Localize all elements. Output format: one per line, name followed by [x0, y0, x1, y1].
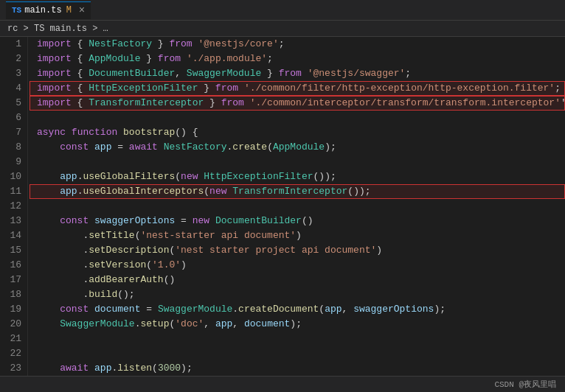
token: DocumentBuilder: [215, 214, 302, 228]
token: ): [296, 228, 302, 243]
token: 'nest-starter api document': [140, 228, 296, 243]
token: app: [60, 169, 77, 184]
token: ,: [204, 317, 215, 332]
line-number: 1: [0, 37, 21, 52]
code-line: .build();: [37, 287, 565, 302]
token: ;: [555, 81, 561, 96]
code-line: const app = await NestFactory.create(App…: [37, 140, 565, 155]
code-line: .addBearerAuth(): [37, 273, 565, 287]
token: }: [140, 52, 157, 66]
line-number: 17: [0, 273, 21, 287]
token: .: [37, 228, 89, 243]
token: setVersion: [89, 258, 146, 273]
token: await: [60, 361, 89, 376]
token: TransformInterceptor: [232, 184, 347, 199]
token: {: [72, 81, 89, 96]
token: app: [215, 317, 232, 332]
token: (: [319, 302, 325, 317]
token: .: [135, 317, 141, 332]
line-number: 20: [0, 317, 21, 332]
token: [244, 96, 250, 111]
token: (): [164, 273, 176, 287]
line-number: 8: [0, 140, 21, 155]
tab-filename: main.ts: [24, 5, 61, 15]
token: [226, 184, 232, 199]
token: const: [60, 140, 89, 155]
token: (: [204, 184, 209, 199]
token: import: [37, 66, 72, 81]
tab-close[interactable]: ×: [79, 4, 85, 16]
token: import: [37, 96, 72, 111]
token: [238, 81, 244, 96]
token: const: [60, 214, 89, 228]
token: ,: [232, 317, 244, 332]
code-line: .setTitle('nest-starter api document'): [37, 228, 565, 243]
token: [89, 140, 94, 155]
token: [37, 184, 60, 199]
token: DocumentBuilder: [89, 66, 175, 81]
code-line: import { HttpExceptionFilter } from './c…: [30, 81, 565, 96]
token: {: [72, 96, 89, 111]
code-line: SwaggerModule.setup('doc', app, document…: [37, 317, 565, 332]
token: [158, 140, 164, 155]
token: [37, 140, 60, 155]
token: from: [158, 52, 181, 66]
code-line: .setDescription('nest starter project ap…: [37, 243, 565, 258]
token: .: [37, 258, 89, 273]
editor-tab[interactable]: TS main.ts M ×: [6, 1, 91, 19]
token: [37, 214, 60, 228]
token: () {: [175, 125, 198, 140]
token: .: [77, 169, 83, 184]
token: {: [72, 37, 89, 52]
code-line: .setVersion('1.0'): [37, 258, 565, 273]
code-line: import { NestFactory } from '@nestjs/cor…: [37, 37, 565, 52]
token: setup: [140, 317, 169, 332]
code-line: const document = SwaggerModule.createDoc…: [37, 302, 565, 317]
token: await: [129, 140, 158, 155]
line-number: 19: [0, 302, 21, 317]
token: app: [325, 302, 342, 317]
token: (: [175, 169, 181, 184]
code-line: import { TransformInterceptor } from './…: [30, 96, 565, 111]
line-number: 7: [0, 125, 21, 140]
token: [181, 52, 187, 66]
token: ());: [313, 169, 336, 184]
token: ;: [267, 52, 273, 66]
tab-icon: TS: [12, 6, 21, 15]
token: from: [221, 96, 244, 111]
editor: 1234567891011121314151617181920212223242…: [0, 37, 565, 376]
token: (: [146, 258, 152, 273]
token: AppModule: [89, 52, 140, 66]
line-number: 9: [0, 155, 21, 169]
token: new: [209, 184, 226, 199]
token: .: [37, 243, 89, 258]
token: .: [37, 287, 89, 302]
token: [37, 302, 60, 317]
line-number: 22: [0, 346, 21, 361]
token: (): [302, 214, 313, 228]
token: [89, 361, 94, 376]
token: (: [267, 140, 273, 155]
token: create: [232, 140, 267, 155]
token: function: [72, 125, 117, 140]
token: document: [244, 317, 290, 332]
token: (: [152, 361, 158, 376]
token: [302, 66, 308, 81]
line-number: 2: [0, 52, 21, 66]
token: const: [60, 302, 89, 317]
token: app: [60, 184, 77, 199]
token: listen: [117, 361, 152, 376]
token: AppModule: [273, 140, 325, 155]
token: NestFactory: [89, 37, 152, 52]
token: './app.module': [187, 52, 267, 66]
token: 3000: [158, 361, 181, 376]
token: ': [561, 96, 565, 111]
token: new: [181, 169, 198, 184]
token: ();: [117, 287, 134, 302]
code-line: [37, 111, 565, 125]
token: '1.0': [152, 258, 181, 273]
token: import: [37, 52, 72, 66]
tab-modified: M: [66, 5, 72, 15]
token: (: [169, 243, 175, 258]
code-line: [37, 332, 565, 346]
